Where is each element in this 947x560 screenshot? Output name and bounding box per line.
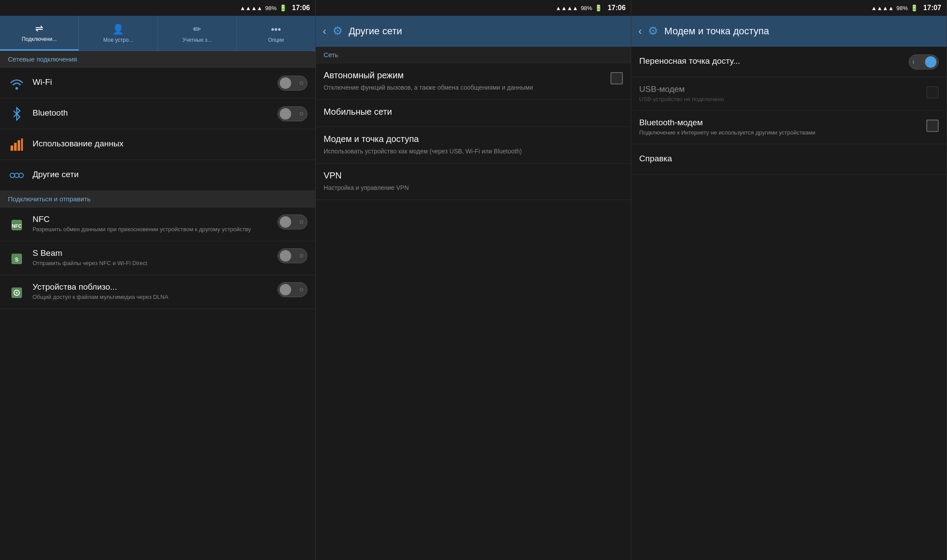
connections-tab-label: Подключени... <box>22 36 57 42</box>
other-nets-text: Другие сети <box>33 170 307 181</box>
section-connect-send: Подключиться и отправить <box>0 191 315 207</box>
bluetooth-toggle[interactable]: O <box>278 106 307 121</box>
airplane-title: Автономный режим <box>324 70 538 80</box>
setting-other-nets[interactable]: Другие сети <box>0 160 315 191</box>
usb-modem-checkbox <box>926 86 939 98</box>
airplane-checkbox[interactable] <box>611 72 623 84</box>
divider-network: Сеть <box>316 47 631 63</box>
page-title-2: Другие сети <box>349 25 402 37</box>
sbeam-subtitle: Отправить файлы через NFC и Wi-Fi Direct <box>33 259 272 267</box>
nfc-icon: NFC <box>8 216 26 234</box>
setting-bt-modem[interactable]: Bluetooth-модем Подключение к Интернету … <box>631 111 947 144</box>
settings-list-1: Wi-Fi O Bluetooth <box>0 68 315 560</box>
bluetooth-title: Bluetooth <box>33 108 272 118</box>
accounts-tab-icon: ✏ <box>193 24 201 35</box>
tab-accounts[interactable]: ✏ Учетные з... <box>158 16 237 51</box>
svg-rect-3 <box>18 140 20 151</box>
wifi-toggle[interactable]: O <box>278 76 307 91</box>
section-network-connections: Сетевые подключения <box>0 51 315 68</box>
modem-hotspot-title: Модем и точка доступа <box>324 134 527 144</box>
svg-point-14 <box>16 292 18 294</box>
airplane-desc: Отключение функций вызовов, а также обме… <box>324 83 533 92</box>
status-bar-3: ▲▲▲▲ 98% 🔋 17:07 <box>631 0 947 16</box>
nfc-title: NFC <box>33 215 272 224</box>
nearby-devices-icon <box>8 284 26 302</box>
battery-icon-2: 🔋 <box>595 4 602 11</box>
other-nets-icon <box>8 167 26 184</box>
tab-connections[interactable]: ⇌ Подключени... <box>0 16 79 51</box>
accounts-tab-label: Учетные з... <box>183 37 212 43</box>
panel-other-networks: ▲▲▲▲ 98% 🔋 17:06 ‹ ⚙ Другие сети Сеть Ав… <box>316 0 632 560</box>
nfc-text: NFC Разрешить обмен данными при прикосно… <box>33 215 272 233</box>
battery-percent-1: 98% <box>265 5 277 11</box>
time-3: 17:07 <box>923 4 941 12</box>
setting-sbeam[interactable]: S S Beam Отправить файлы через NFC и Wi-… <box>0 241 315 275</box>
gear-icon-3: ⚙ <box>648 24 658 38</box>
bt-modem-checkbox[interactable] <box>926 120 939 132</box>
bluetooth-text: Bluetooth <box>33 108 272 119</box>
bt-modem-subtitle: Подключение к Интернету не используется … <box>639 129 926 137</box>
wifi-title: Wi-Fi <box>33 77 272 87</box>
svg-rect-1 <box>11 145 13 151</box>
settings-list-3: Переносная точка досту... I USB-модем US… <box>631 47 947 560</box>
nearby-devices-title: Устройства поблизо... <box>33 282 272 292</box>
mydevice-tab-icon: 👤 <box>112 24 124 35</box>
time-2: 17:06 <box>607 4 625 12</box>
setting-usb-modem: USB-модем USB-устройство не подключено <box>631 77 947 111</box>
nearby-devices-subtitle: Общий доступ к файлам мультимедиа через … <box>33 293 272 301</box>
battery-percent-3: 98% <box>896 5 908 11</box>
data-usage-icon <box>8 136 26 153</box>
setting-wifi[interactable]: Wi-Fi O <box>0 68 315 98</box>
setting-modem-hotspot[interactable]: Модем и точка доступа Использовать устро… <box>316 127 631 164</box>
mydevice-tab-label: Мое устро... <box>103 37 133 43</box>
signal-icon-1: ▲▲▲▲ <box>240 5 262 11</box>
svg-point-0 <box>15 87 18 90</box>
bt-modem-title: Bluetooth-модем <box>639 118 926 127</box>
hotspot-toggle[interactable]: I <box>909 55 939 69</box>
svg-text:S: S <box>15 257 18 263</box>
wifi-icon <box>8 74 26 92</box>
tab-options[interactable]: ••• Опции <box>237 16 315 51</box>
help-text: Справка <box>639 154 939 165</box>
nfc-toggle[interactable]: O <box>278 215 307 229</box>
setting-vpn[interactable]: VPN Настройка и управление VPN <box>316 164 631 200</box>
wifi-text: Wi-Fi <box>33 77 272 88</box>
setting-mobile-nets[interactable]: Мобильные сети <box>316 100 631 127</box>
setting-hotspot[interactable]: Переносная точка досту... I <box>631 47 947 77</box>
options-tab-label: Опции <box>268 37 284 43</box>
options-tab-icon: ••• <box>271 24 281 35</box>
data-usage-text: Использование данных <box>33 139 307 150</box>
back-button-2[interactable]: ‹ <box>323 25 326 37</box>
svg-point-6 <box>15 173 19 178</box>
sbeam-icon: S <box>8 250 26 268</box>
setting-help[interactable]: Справка <box>631 144 947 175</box>
setting-airplane[interactable]: Автономный режим Отключение функций вызо… <box>316 63 631 100</box>
page-title-3: Модем и точка доступа <box>664 25 769 37</box>
vpn-title: VPN <box>324 171 414 181</box>
hotspot-text: Переносная точка досту... <box>639 56 903 67</box>
modem-hotspot-desc: Использовать устройство как модем (через… <box>324 147 522 156</box>
tab-mydevice[interactable]: 👤 Мое устро... <box>79 16 157 51</box>
setting-nfc[interactable]: NFC NFC Разрешить обмен данными при прик… <box>0 207 315 241</box>
hotspot-title: Переносная точка досту... <box>639 56 903 66</box>
svg-rect-2 <box>14 143 17 151</box>
svg-point-7 <box>19 173 23 178</box>
svg-rect-4 <box>21 138 23 151</box>
usb-modem-text: USB-модем USB-устройство не подключено <box>639 84 926 103</box>
nearby-devices-toggle[interactable]: O <box>278 282 307 297</box>
battery-icon-1: 🔋 <box>279 4 287 11</box>
connections-tab-icon: ⇌ <box>35 23 43 34</box>
panel-connections: ▲▲▲▲ 98% 🔋 17:06 ⇌ Подключени... 👤 Мое у… <box>0 0 316 560</box>
page-header-2: ‹ ⚙ Другие сети <box>316 16 631 47</box>
time-1: 17:06 <box>292 4 310 12</box>
setting-nearby-devices[interactable]: Устройства поблизо... Общий доступ к фай… <box>0 275 315 309</box>
svg-point-5 <box>10 173 15 178</box>
status-bar-1: ▲▲▲▲ 98% 🔋 17:06 <box>0 0 315 16</box>
mobile-nets-title: Мобильные сети <box>324 107 392 117</box>
bluetooth-icon <box>8 105 26 123</box>
back-button-3[interactable]: ‹ <box>638 25 642 37</box>
setting-data-usage[interactable]: Использование данных <box>0 129 315 160</box>
signal-icon-3: ▲▲▲▲ <box>871 5 894 11</box>
sbeam-toggle[interactable]: O <box>278 248 307 263</box>
setting-bluetooth[interactable]: Bluetooth O <box>0 98 315 129</box>
